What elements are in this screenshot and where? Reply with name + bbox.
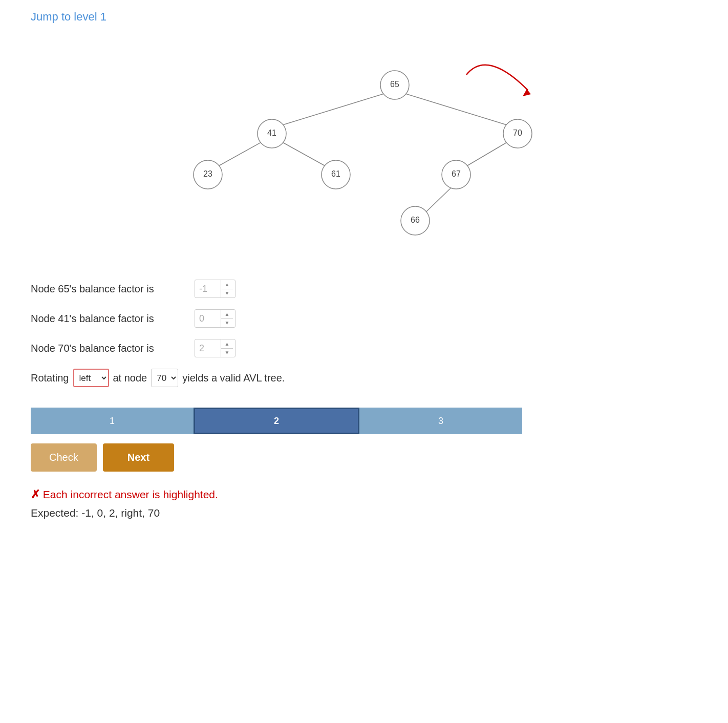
bf-value-65[interactable] [195, 284, 221, 294]
bf-down-70[interactable]: ▼ [221, 349, 233, 357]
rotation-row: Rotating left right at node 65 41 70 23 … [31, 369, 697, 387]
bf-value-70[interactable] [195, 343, 221, 354]
edge-70-67 [467, 142, 507, 166]
bf-value-41[interactable] [195, 313, 221, 324]
expected-line: Expected: -1, 0, 2, right, 70 [31, 504, 697, 522]
bf-spinner-41: ▲ ▼ [221, 310, 233, 327]
error-line: ✗ Each incorrect answer is highlighted. [31, 485, 697, 504]
progress-step-2[interactable]: 2 [194, 408, 359, 434]
node-41-label: 41 [267, 129, 276, 137]
avl-tree-svg: 65 41 70 23 61 67 66 [118, 34, 610, 259]
bf-down-65[interactable]: ▼ [221, 289, 233, 298]
bf-up-70[interactable]: ▲ [221, 339, 233, 349]
rotate-suffix: yields a valid AVL tree. [182, 372, 285, 384]
progress-step-3[interactable]: 3 [359, 408, 522, 434]
node-65-label: 65 [390, 80, 399, 89]
node-67-label: 67 [452, 169, 461, 178]
bf-spinner-65: ▲ ▼ [221, 280, 233, 297]
bf-label-65: Node 65's balance factor is [31, 283, 195, 295]
edge-41-61 [283, 142, 325, 166]
node-61-label: 61 [331, 169, 340, 178]
bf-down-41[interactable]: ▼ [221, 319, 233, 328]
direction-select[interactable]: left right [73, 369, 109, 387]
bf-up-65[interactable]: ▲ [221, 280, 233, 289]
action-buttons: Check Next [31, 443, 697, 472]
jump-to-level-link[interactable]: Jump to level 1 [31, 10, 106, 24]
balance-factor-section: Node 65's balance factor is ▲ ▼ Node 41'… [31, 274, 697, 392]
check-button[interactable]: Check [31, 443, 97, 472]
bf-label-41: Node 41's balance factor is [31, 313, 195, 325]
progress-step-1[interactable]: 1 [31, 408, 194, 434]
rotation-arrow [466, 65, 528, 90]
progress-bar: 1 2 3 [31, 408, 522, 434]
bf-label-70: Node 70's balance factor is [31, 343, 195, 354]
feedback-section: ✗ Each incorrect answer is highlighted. … [31, 485, 697, 522]
arrow-head [523, 89, 531, 96]
tree-diagram: 65 41 70 23 61 67 66 [31, 34, 697, 259]
node-select[interactable]: 65 41 70 23 61 67 66 [151, 369, 178, 387]
node-70-label: 70 [513, 129, 522, 137]
bf-up-41[interactable]: ▲ [221, 310, 233, 319]
edge-41-23 [219, 142, 261, 166]
node-66-label: 66 [411, 216, 420, 224]
node-23-label: 23 [203, 169, 212, 178]
rotate-prefix: Rotating [31, 372, 69, 384]
error-icon: ✗ [31, 488, 40, 501]
edge-65-41 [283, 94, 384, 125]
balance-factor-row-70: Node 70's balance factor is ▲ ▼ [31, 339, 697, 357]
bf-input-65[interactable]: ▲ ▼ [195, 280, 235, 298]
edge-65-70 [405, 94, 507, 125]
balance-factor-row-65: Node 65's balance factor is ▲ ▼ [31, 280, 697, 298]
bf-input-41[interactable]: ▲ ▼ [195, 309, 235, 328]
bf-input-70[interactable]: ▲ ▼ [195, 339, 235, 357]
error-message: Each incorrect answer is highlighted. [43, 488, 218, 500]
bf-spinner-70: ▲ ▼ [221, 339, 233, 357]
next-button[interactable]: Next [103, 443, 174, 472]
rotate-middle: at node [113, 372, 147, 384]
balance-factor-row-41: Node 41's balance factor is ▲ ▼ [31, 309, 697, 328]
